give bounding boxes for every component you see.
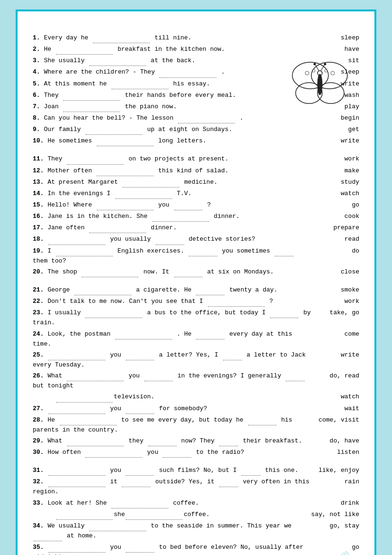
hint: prepare xyxy=(317,223,359,233)
line-content: 11. They on two projects at present. xyxy=(33,154,317,164)
exercise-row: 34. We usually to the seaside in summer.… xyxy=(33,521,359,541)
exercises-container: 1. Every day he till nine. sleep2. He br… xyxy=(33,33,359,555)
exercise-row: 15. Hello! Where you ? go xyxy=(33,200,359,210)
exercise-row: 13. At present Margaret medicine. study xyxy=(33,178,359,188)
exercise-row: 24. Look, the postman . He every day at … xyxy=(33,329,359,349)
line-content: 4. Where are the children? - They . xyxy=(33,67,317,77)
hint: wait xyxy=(317,404,359,414)
svg-point-2 xyxy=(311,62,347,89)
exercise-row: 22. Don't talk to me now. Can't you see … xyxy=(33,297,359,307)
svg-point-12 xyxy=(331,71,335,75)
section-gap xyxy=(33,148,359,154)
hint: do, have xyxy=(317,436,359,446)
exercise-row: 17. Jane often dinner. prepare xyxy=(33,223,359,233)
line-content: 19. I English exercises. you sometimes t… xyxy=(33,246,317,266)
exercise-row: 29. What they now? They their breakfast.… xyxy=(33,436,359,446)
exercise-row: 11. They on two projects at present. wor… xyxy=(33,154,359,164)
line-content: 10. He sometimes long letters. xyxy=(33,136,317,146)
line-content: 31. you such films? No, but I this one. xyxy=(33,466,317,476)
hint: listen xyxy=(317,448,359,458)
hint: work xyxy=(317,297,359,307)
line-content: 3. She usually at the back. xyxy=(33,56,317,66)
exercise-row: 12. Mother often this kind of salad. mak… xyxy=(33,166,359,176)
exercise-row: 8. Can you hear the bell? - The lesson .… xyxy=(33,113,359,123)
exercise-row: 33. Look at her! She coffee. drink xyxy=(33,499,359,508)
line-content: 35. you to bed before eleven? No, usuall… xyxy=(33,543,317,555)
hint: come xyxy=(317,329,359,349)
exercise-row: 9. Our family up at eight on Sundays. ge… xyxy=(33,125,359,135)
line-content: 34. We usually to the seaside in summer.… xyxy=(33,521,317,541)
line-content: 23. I usually a bus to the office, but t… xyxy=(33,308,317,328)
hint: read xyxy=(317,235,359,245)
line-content: 33. Look at her! She coffee. xyxy=(33,499,317,508)
line-content: 26. What you in the evenings? I generall… xyxy=(33,371,317,391)
line-content: 5. At this moment he his essay. xyxy=(33,79,317,89)
svg-point-7 xyxy=(314,63,316,66)
section-gap xyxy=(33,459,359,466)
exercise-row: 19. I English exercises. you sometimes t… xyxy=(33,246,359,266)
line-content: 25. you a letter? Yes, I a letter to Jac… xyxy=(33,350,317,370)
svg-point-10 xyxy=(305,71,309,75)
line-content: 2. He breakfast in the kitchen now. xyxy=(33,45,317,55)
hint: cook xyxy=(317,212,359,222)
line-content: 18. you usually detective stories? xyxy=(33,235,317,245)
hint: take, go xyxy=(317,308,359,328)
exercise-row: 18. you usually detective stories? read xyxy=(33,235,359,245)
worksheet-page: 1. Every day he till nine. sleep2. He br… xyxy=(16,9,376,555)
line-content: 22. Don't talk to me now. Can't you see … xyxy=(33,297,317,307)
line-content: 21. George a cigarette. He twenty a day. xyxy=(33,285,317,295)
line-content: 6. They their hands before every meal. xyxy=(33,91,317,101)
hint: like, enjoy xyxy=(317,466,359,476)
exercise-row: 14. In the evenings I T.V. watch xyxy=(33,189,359,199)
hint: watch xyxy=(317,189,359,199)
hint: do xyxy=(317,246,359,266)
svg-point-4 xyxy=(317,74,322,95)
hint: write xyxy=(317,136,359,146)
exercise-row: 2. He breakfast in the kitchen now. have xyxy=(33,45,359,55)
hint: have xyxy=(317,45,359,55)
butterfly-illustration xyxy=(289,59,351,111)
hint: work xyxy=(317,154,359,164)
exercise-row: 1. Every day he till nine. sleep xyxy=(33,33,359,43)
section-gap xyxy=(33,279,359,285)
line-content: she coffee. xyxy=(33,510,311,520)
line-content: 17. Jane often dinner. xyxy=(33,223,317,233)
hint: go xyxy=(317,200,359,210)
hint: come, visit xyxy=(317,415,359,435)
hint: say, not like xyxy=(311,510,359,520)
line-content: 15. Hello! Where you ? xyxy=(33,200,317,210)
line-content: 32. it outside? Yes, it very often in th… xyxy=(33,477,317,497)
exercise-row: 10. He sometimes long letters. write xyxy=(33,136,359,146)
hint: get xyxy=(317,125,359,135)
hint: watch xyxy=(317,392,359,402)
line-content: 8. Can you hear the bell? - The lesson . xyxy=(33,113,317,123)
line-content: 1. Every day he till nine. xyxy=(33,33,317,43)
line-content: 29. What they now? They their breakfast. xyxy=(33,436,317,446)
hint: go xyxy=(317,543,359,555)
line-content: 14. In the evenings I T.V. xyxy=(33,189,317,199)
exercise-row: 31. you such films? No, but I this one.l… xyxy=(33,466,359,476)
line-content: 28. He to see me every day, but today he… xyxy=(33,415,317,435)
hint: rain xyxy=(317,477,359,497)
exercise-row: 28. He to see me every day, but today he… xyxy=(33,415,359,435)
hint: drink xyxy=(317,499,359,508)
hint: close xyxy=(317,267,359,277)
line-content: 16. Jane is in the kitchen. She dinner. xyxy=(33,212,317,222)
line-content: 20. The shop now. It at six on Mondays. xyxy=(33,267,317,277)
exercise-row: 30. How often you to the radio? listen xyxy=(33,448,359,458)
line-content: 27. you for somebody? xyxy=(33,404,317,414)
line-content: 7. Joan the piano now. xyxy=(33,102,317,112)
exercise-row: 35. you to bed before eleven? No, usuall… xyxy=(33,543,359,555)
line-content: 12. Mother often this kind of salad. xyxy=(33,166,317,176)
line-content: 30. How often you to the radio? xyxy=(33,448,317,458)
line-content: 13. At present Margaret medicine. xyxy=(33,178,317,188)
hint: do, read xyxy=(317,371,359,391)
hint: write xyxy=(317,350,359,370)
exercise-row: 26. What you in the evenings? I generall… xyxy=(33,371,359,391)
exercise-row: 23. I usually a bus to the office, but t… xyxy=(33,308,359,328)
hint: smoke xyxy=(317,285,359,295)
hint: sleep xyxy=(317,33,359,43)
hint: go, stay xyxy=(317,521,359,541)
svg-point-9 xyxy=(324,63,327,66)
exercise-row: 27. you for somebody? wait xyxy=(33,404,359,414)
